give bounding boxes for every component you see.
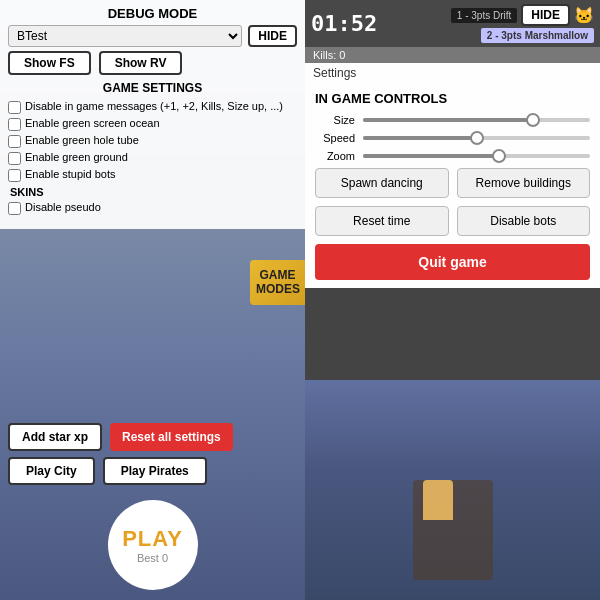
checkbox-label: Enable green screen ocean (25, 116, 160, 130)
right-panel: 01:52 1 - 3pts Drift HIDE 🐱 2 - 3pts Mar… (305, 0, 600, 600)
bottom-buttons: Add star xp Reset all settings Play City… (8, 423, 233, 485)
drift-badge-row: 1 - 3pts Drift HIDE 🐱 (451, 4, 594, 26)
disable-bots-button[interactable]: Disable bots (457, 206, 591, 236)
speed-slider-thumb[interactable] (470, 131, 484, 145)
list-item: Enable green hole tube (8, 133, 297, 148)
kills-row: Kills: 0 (305, 47, 600, 63)
zoom-slider-fill (363, 154, 499, 158)
size-slider-fill (363, 118, 533, 122)
settings-bar: Settings (305, 63, 600, 83)
size-slider-track (363, 118, 590, 122)
speed-slider-row: Speed (315, 132, 590, 144)
best-label: Best 0 (137, 552, 168, 564)
zoom-slider-row: Zoom (315, 150, 590, 162)
igc-title: IN GAME CONTROLS (315, 91, 590, 106)
play-city-button[interactable]: Play City (8, 457, 95, 485)
zoom-slider-track (363, 154, 590, 158)
top-hud: 01:52 1 - 3pts Drift HIDE 🐱 2 - 3pts Mar… (305, 0, 600, 47)
show-fs-button[interactable]: Show FS (8, 51, 91, 75)
show-buttons-row: Show FS Show RV (8, 51, 297, 75)
igc-buttons-grid: Spawn dancing Remove buildings Reset tim… (315, 168, 590, 236)
quit-game-button[interactable]: Quit game (315, 244, 590, 280)
list-item: Enable green screen ocean (8, 116, 297, 131)
show-rv-button[interactable]: Show RV (99, 51, 183, 75)
debug-title: DEBUG MODE (8, 6, 297, 21)
checkbox-label: Disable pseudo (25, 200, 101, 214)
game-modes-badge[interactable]: GAMEMODES (250, 260, 305, 305)
marshmallow-badge: 2 - 3pts Marshmallow (481, 28, 594, 43)
checkbox-green-ground[interactable] (8, 152, 21, 165)
list-item: Enable green ground (8, 150, 297, 165)
debug-overlay: DEBUG MODE BTest HIDE Show FS Show RV GA… (0, 0, 305, 229)
checkbox-label: Disable in game messages (+1, +2, Kills,… (25, 99, 283, 113)
checkbox-label: Enable green hole tube (25, 133, 139, 147)
reset-time-button[interactable]: Reset time (315, 206, 449, 236)
game-settings-title: GAME SETTINGS (8, 81, 297, 95)
zoom-label: Zoom (315, 150, 355, 162)
play-button[interactable]: PLAY Best 0 (108, 500, 198, 590)
list-item: Enable stupid bots (8, 167, 297, 182)
list-item: Disable pseudo (8, 200, 297, 215)
speed-slider-fill (363, 136, 477, 140)
size-slider-thumb[interactable] (526, 113, 540, 127)
add-star-xp-button[interactable]: Add star xp (8, 423, 102, 451)
speed-label: Speed (315, 132, 355, 144)
city-pirates-row: Play City Play Pirates (8, 457, 233, 485)
kills-label: Kills: 0 (313, 49, 345, 61)
checkbox-disable-pseudo[interactable] (8, 202, 21, 215)
size-slider-row: Size (315, 114, 590, 126)
remove-buildings-button[interactable]: Remove buildings (457, 168, 591, 198)
play-pirates-button[interactable]: Play Pirates (103, 457, 207, 485)
speed-slider-track (363, 136, 590, 140)
left-panel: DEBUG MODE BTest HIDE Show FS Show RV GA… (0, 0, 305, 600)
checkbox-list: Disable in game messages (+1, +2, Kills,… (8, 99, 297, 182)
top-right-hud: 1 - 3pts Drift HIDE 🐱 2 - 3pts Marshmall… (451, 4, 594, 43)
avatar-element (423, 480, 453, 520)
reset-all-settings-button[interactable]: Reset all settings (110, 423, 233, 451)
action-row: Add star xp Reset all settings (8, 423, 233, 451)
debug-dropdown[interactable]: BTest (8, 25, 242, 47)
checkbox-disable-messages[interactable] (8, 101, 21, 114)
play-label: PLAY (122, 526, 183, 552)
right-overlay: 01:52 1 - 3pts Drift HIDE 🐱 2 - 3pts Mar… (305, 0, 600, 288)
list-item: Disable in game messages (+1, +2, Kills,… (8, 99, 297, 114)
checkbox-stupid-bots[interactable] (8, 169, 21, 182)
checkbox-green-ocean[interactable] (8, 118, 21, 131)
timer: 01:52 (311, 11, 377, 36)
hide-button-left[interactable]: HIDE (248, 25, 297, 47)
in-game-controls: IN GAME CONTROLS Size Speed Zoom (305, 83, 600, 288)
checkbox-list-2: Disable pseudo (8, 200, 297, 215)
checkbox-label: Enable green ground (25, 150, 128, 164)
spawn-dancing-button[interactable]: Spawn dancing (315, 168, 449, 198)
zoom-slider-thumb[interactable] (492, 149, 506, 163)
drift-badge: 1 - 3pts Drift (451, 8, 517, 23)
checkbox-label: Enable stupid bots (25, 167, 116, 181)
skins-label: SKINS (10, 186, 297, 198)
settings-label: Settings (313, 66, 356, 80)
size-label: Size (315, 114, 355, 126)
game-scene (305, 380, 600, 600)
debug-row: BTest HIDE (8, 25, 297, 47)
checkbox-green-tube[interactable] (8, 135, 21, 148)
hide-button-right[interactable]: HIDE (521, 4, 570, 26)
